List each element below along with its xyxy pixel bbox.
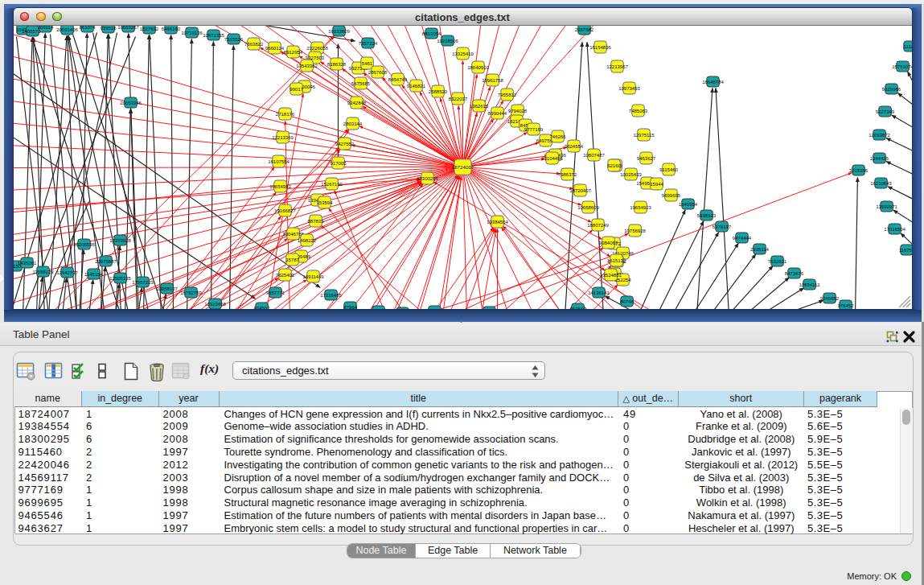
- svg-text:19654983: 19654983: [269, 183, 291, 188]
- svg-text:23226058: 23226058: [306, 45, 328, 50]
- svg-text:20975887: 20975887: [95, 258, 117, 263]
- svg-text:7625402: 7625402: [275, 272, 294, 277]
- svg-text:18640910: 18640910: [467, 64, 489, 69]
- svg-text:16154836: 16154836: [589, 44, 611, 49]
- svg-text:9777169: 9777169: [524, 126, 543, 131]
- svg-text:9245652: 9245652: [819, 295, 839, 300]
- svg-text:19384554: 19384554: [487, 219, 508, 224]
- svg-text:7986372: 7986372: [557, 171, 577, 176]
- svg-text:9794028: 9794028: [507, 108, 527, 113]
- svg-text:19654923: 19654923: [630, 204, 651, 209]
- svg-text:12923468: 12923468: [204, 301, 226, 306]
- svg-text:5938923: 5938923: [696, 212, 716, 217]
- svg-text:10973493: 10973493: [618, 85, 640, 90]
- svg-text:13325419: 13325419: [452, 51, 474, 56]
- svg-text:12213369: 12213369: [272, 134, 294, 139]
- svg-text:87964: 87964: [343, 304, 357, 308]
- svg-text:18724007: 18724007: [451, 163, 474, 169]
- svg-text:2718176: 2718176: [275, 111, 294, 116]
- svg-text:1498222: 1498222: [297, 237, 316, 242]
- svg-text:9474444: 9474444: [732, 235, 751, 240]
- svg-text:15944: 15944: [650, 181, 663, 186]
- svg-text:812640: 812640: [569, 306, 586, 308]
- svg-text:10719136: 10719136: [181, 30, 203, 35]
- svg-text:6379197: 6379197: [712, 224, 731, 229]
- svg-text:8473676: 8473676: [784, 270, 803, 275]
- svg-text:9115460: 9115460: [659, 167, 679, 171]
- svg-text:17359928: 17359928: [109, 237, 131, 242]
- svg-text:16033809: 16033809: [328, 28, 350, 33]
- svg-text:1615132: 1615132: [606, 257, 626, 262]
- svg-text:1640954: 1640954: [678, 201, 697, 206]
- svg-text:20206536: 20206536: [73, 241, 95, 246]
- svg-text:7515526: 7515526: [224, 36, 243, 41]
- svg-text:2588520: 2588520: [428, 89, 447, 93]
- svg-text:16648784: 16648784: [702, 79, 724, 84]
- svg-text:15267130: 15267130: [321, 181, 343, 186]
- svg-text:7632621: 7632621: [767, 258, 786, 263]
- svg-text:887833: 887833: [307, 218, 324, 223]
- svg-text:3215955: 3215955: [848, 167, 868, 172]
- svg-text:16107554: 16107554: [268, 159, 290, 163]
- svg-text:10653267: 10653267: [117, 26, 139, 30]
- svg-text:17957223: 17957223: [132, 279, 154, 284]
- svg-text:18720407: 18720407: [569, 187, 591, 192]
- svg-text:9084067: 9084067: [598, 240, 618, 245]
- svg-text:8322037: 8322037: [448, 96, 467, 101]
- svg-text:20691406: 20691406: [56, 27, 78, 31]
- svg-text:1362615: 1362615: [469, 103, 488, 108]
- svg-text:10654112: 10654112: [799, 282, 820, 286]
- svg-text:924502: 924502: [253, 305, 270, 308]
- svg-text:2867608: 2867608: [368, 69, 387, 74]
- svg-text:10961758: 10961758: [482, 77, 503, 82]
- svg-text:10671355: 10671355: [203, 32, 224, 37]
- svg-text:16210643: 16210643: [870, 180, 892, 185]
- svg-text:1435061: 1435061: [17, 260, 36, 265]
- svg-text:8813054: 8813054: [421, 31, 441, 35]
- svg-text:7485063: 7485063: [628, 108, 647, 113]
- svg-text:10958107: 10958107: [156, 286, 178, 290]
- svg-text:9146821: 9146821: [406, 83, 425, 88]
- svg-text:10756928: 10756928: [624, 228, 646, 233]
- svg-text:2803144: 2803144: [343, 121, 362, 126]
- svg-text:12975115: 12975115: [633, 132, 655, 137]
- svg-text:12093872: 12093872: [869, 132, 890, 137]
- svg-text:917005: 917005: [330, 160, 347, 165]
- svg-text:3624554: 3624554: [564, 143, 583, 148]
- svg-text:9660124: 9660124: [265, 45, 284, 50]
- svg-text:7663822: 7663822: [244, 41, 263, 46]
- svg-text:9699695: 9699695: [661, 192, 680, 197]
- svg-text:23104496: 23104496: [541, 155, 563, 160]
- svg-text:9427552: 9427552: [335, 141, 354, 146]
- svg-text:13692971: 13692971: [876, 204, 897, 208]
- svg-text:9463627: 9463627: [636, 155, 655, 160]
- svg-text:7955812: 7955812: [497, 92, 516, 97]
- svg-text:1145194: 1145194: [84, 271, 104, 276]
- svg-text:976452: 976452: [837, 303, 854, 307]
- svg-text:16782759: 16782759: [180, 290, 202, 295]
- svg-text:12942737: 12942737: [56, 270, 78, 274]
- svg-text:11123: 11123: [903, 43, 911, 48]
- svg-text:80746: 80746: [620, 299, 634, 303]
- svg-text:9242848: 9242848: [347, 100, 366, 105]
- svg-text:11568129: 11568129: [32, 269, 54, 274]
- svg-text:10025433: 10025433: [620, 171, 642, 176]
- svg-text:9329966: 9329966: [881, 86, 901, 91]
- svg-text:5675685: 5675685: [351, 80, 370, 85]
- svg-text:8990444: 8990444: [487, 110, 507, 115]
- svg-text:15751074: 15751074: [892, 64, 912, 68]
- svg-text:8186328: 8186328: [326, 61, 346, 66]
- svg-text:19218506: 19218506: [437, 38, 458, 43]
- svg-text:7357224: 7357224: [358, 40, 377, 45]
- svg-text:20053346: 20053346: [120, 100, 142, 105]
- svg-text:16911449: 16911449: [302, 274, 324, 278]
- svg-text:153594: 153594: [316, 200, 333, 204]
- svg-text:18807249: 18807249: [587, 222, 609, 227]
- svg-text:2087682: 2087682: [574, 27, 593, 31]
- svg-text:62160: 62160: [607, 163, 621, 167]
- svg-text:9227349: 9227349: [875, 109, 894, 113]
- svg-text:10658609: 10658609: [577, 204, 599, 209]
- svg-text:10807487: 10807487: [583, 152, 605, 157]
- svg-text:17316485: 17316485: [320, 292, 342, 297]
- svg-text:10543362: 10543362: [296, 63, 318, 68]
